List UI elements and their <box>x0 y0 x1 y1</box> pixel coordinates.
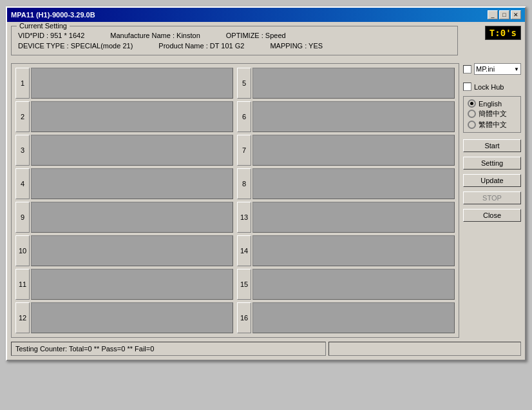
lock-hub-row: Lock Hub <box>463 83 521 91</box>
ini-label: MP.ini <box>476 65 495 73</box>
slot-bar-7 <box>252 135 455 166</box>
timer-display: T:0's <box>485 26 521 40</box>
slot-item: 11 <box>15 269 233 300</box>
slot-bar-1 <box>31 68 233 99</box>
language-radio-group: English 簡體中文 繁體中文 <box>463 96 521 133</box>
close-button-main[interactable]: Close <box>463 209 521 222</box>
slot-number-12[interactable]: 12 <box>15 302 30 333</box>
lock-hub-checkbox[interactable] <box>463 83 471 91</box>
group-label: Current Setting <box>17 22 70 30</box>
slot-number-6[interactable]: 6 <box>237 101 251 132</box>
title-bar: MPA11 (H1)-9000-3.29.0B _ □ ✕ <box>7 8 525 22</box>
slot-item: 5 <box>237 68 455 99</box>
left-slots-column: 1 2 3 4 9 10 11 12 <box>15 68 233 333</box>
mapping-label: MAPPING : YES <box>270 42 323 50</box>
status-bar: Testing Counter: Total=0 ** Pass=0 ** Fa… <box>11 342 521 356</box>
slot-number-8[interactable]: 8 <box>237 168 251 199</box>
slots-grid: 1 2 3 4 9 10 11 12 5 <box>15 68 455 333</box>
status-right <box>328 342 521 356</box>
slot-bar-14 <box>252 235 455 266</box>
setting-button[interactable]: Setting <box>463 157 521 170</box>
maximize-button[interactable]: □ <box>499 10 509 19</box>
slot-bar-6 <box>252 101 455 132</box>
slots-container: 1 2 3 4 9 10 11 12 5 <box>11 63 459 338</box>
radio-simplified-label: 簡體中文 <box>479 109 507 119</box>
radio-traditional-label: 繁體中文 <box>479 120 507 130</box>
manufacture-label: Manufacture Name : Kinston <box>110 32 200 39</box>
product-name-label: Product Name : DT 101 G2 <box>158 42 244 50</box>
slot-item: 15 <box>237 269 455 300</box>
right-slots-column: 5 6 7 8 13 14 15 16 <box>237 68 455 333</box>
radio-simplified[interactable]: 簡體中文 <box>468 109 517 119</box>
slot-item: 13 <box>237 202 455 233</box>
slot-bar-10 <box>31 235 233 266</box>
ini-row: MP.ini ▼ <box>463 63 521 75</box>
slot-bar-12 <box>31 302 233 333</box>
slot-bar-13 <box>252 202 455 233</box>
slot-number-2[interactable]: 2 <box>15 101 30 132</box>
slot-bar-4 <box>31 168 233 199</box>
settings-row-1: VID*PID : 951 * 1642 Manufacture Name : … <box>18 32 451 39</box>
slot-item: 2 <box>15 101 233 132</box>
vid-pid-label: VID*PID : 951 * 1642 <box>18 32 84 39</box>
stop-button[interactable]: STOP <box>463 191 521 204</box>
slot-item: 9 <box>15 202 233 233</box>
close-button[interactable]: ✕ <box>511 10 521 19</box>
slot-item: 4 <box>15 168 233 199</box>
device-type-label: DEVICE TYPE : SPECIAL(mode 21) <box>18 42 133 50</box>
slot-bar-5 <box>252 68 455 99</box>
radio-traditional-dot <box>468 121 476 129</box>
slot-number-4[interactable]: 4 <box>15 168 30 199</box>
ini-dropdown[interactable]: MP.ini ▼ <box>474 63 521 75</box>
window-title: MPA11 (H1)-9000-3.29.0B <box>11 11 95 19</box>
right-panel: MP.ini ▼ Lock Hub English <box>463 63 521 338</box>
window-body: Current Setting VID*PID : 951 * 1642 Man… <box>7 22 525 360</box>
slot-bar-2 <box>31 101 233 132</box>
slot-item: 10 <box>15 235 233 266</box>
slot-number-7[interactable]: 7 <box>237 135 251 166</box>
radio-english-label: English <box>479 100 502 108</box>
slot-number-11[interactable]: 11 <box>15 269 30 300</box>
update-button[interactable]: Update <box>463 174 521 187</box>
lock-hub-label: Lock Hub <box>474 83 504 91</box>
main-window: MPA11 (H1)-9000-3.29.0B _ □ ✕ Current Se… <box>6 6 526 361</box>
slot-number-1[interactable]: 1 <box>15 68 30 99</box>
timer-area: T:0's <box>463 26 521 40</box>
slot-bar-8 <box>252 168 455 199</box>
slot-number-9[interactable]: 9 <box>15 202 30 233</box>
slot-bar-15 <box>252 269 455 300</box>
slot-number-15[interactable]: 15 <box>237 269 251 300</box>
slot-number-3[interactable]: 3 <box>15 135 30 166</box>
dropdown-arrow-icon: ▼ <box>514 66 519 72</box>
slot-item: 12 <box>15 302 233 333</box>
slot-item: 7 <box>237 135 455 166</box>
window-controls: _ □ ✕ <box>488 10 521 19</box>
slot-item: 1 <box>15 68 233 99</box>
radio-simplified-dot <box>468 110 476 118</box>
optimize-label: OPTIMIZE : Speed <box>226 32 286 39</box>
slot-item: 8 <box>237 168 455 199</box>
slot-bar-16 <box>252 302 455 333</box>
slot-bar-11 <box>31 269 233 300</box>
start-button[interactable]: Start <box>463 139 521 152</box>
slot-number-13[interactable]: 13 <box>237 202 251 233</box>
slot-number-16[interactable]: 16 <box>237 302 251 333</box>
radio-english[interactable]: English <box>468 99 517 108</box>
status-left: Testing Counter: Total=0 ** Pass=0 ** Fa… <box>11 342 326 356</box>
slot-bar-3 <box>31 135 233 166</box>
slot-number-10[interactable]: 10 <box>15 235 30 266</box>
slot-number-5[interactable]: 5 <box>237 68 251 99</box>
slot-bar-9 <box>31 202 233 233</box>
slot-item: 6 <box>237 101 455 132</box>
main-content: 1 2 3 4 9 10 11 12 5 <box>11 63 521 338</box>
minimize-button[interactable]: _ <box>488 10 498 19</box>
radio-traditional[interactable]: 繁體中文 <box>468 120 517 130</box>
slot-item: 16 <box>237 302 455 333</box>
radio-english-dot <box>468 99 476 108</box>
ini-checkbox[interactable] <box>463 65 471 73</box>
settings-row-2: DEVICE TYPE : SPECIAL(mode 21) Product N… <box>18 42 451 50</box>
slot-item: 14 <box>237 235 455 266</box>
slot-item: 3 <box>15 135 233 166</box>
current-setting-group: Current Setting VID*PID : 951 * 1642 Man… <box>11 26 458 55</box>
slot-number-14[interactable]: 14 <box>237 235 251 266</box>
